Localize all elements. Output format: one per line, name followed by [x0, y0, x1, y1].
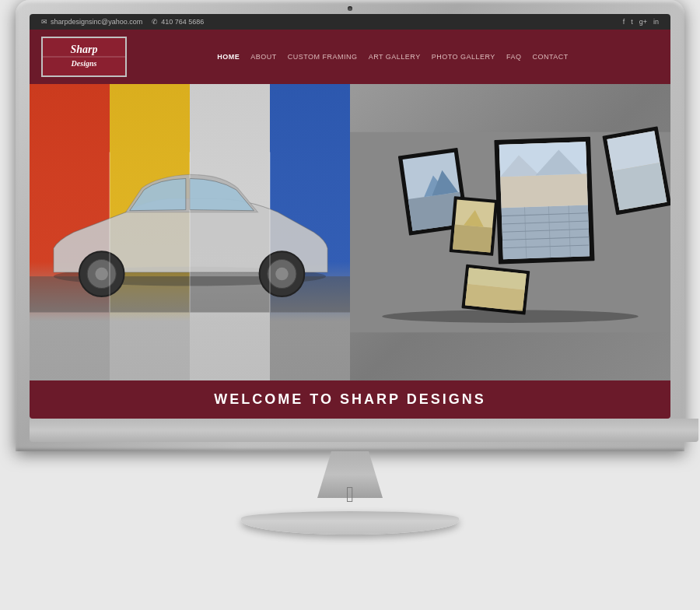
- main-nav: HOME ABOUT CUSTOM FRAMING ART GALLERY PH…: [127, 53, 659, 61]
- hero-images: [30, 84, 670, 380]
- social-links: f t g+ in: [623, 18, 659, 26]
- logo[interactable]: Sharp Designs: [41, 37, 127, 77]
- welcome-text: WELCOME TO SHARP DESIGNS: [214, 391, 485, 407]
- logo-line2: Designs: [72, 59, 97, 68]
- twitter-icon[interactable]: t: [631, 18, 633, 26]
- site-header: Sharp Designs HOME ABOUT CUSTOM FRAMING …: [30, 30, 670, 84]
- welcome-banner: WELCOME TO SHARP DESIGNS: [30, 380, 670, 419]
- googleplus-icon[interactable]: g+: [639, 18, 647, 26]
- stand-base: [241, 511, 459, 535]
- monitor: ✉ sharpdesignsinc@yahoo.com ✆ 410 764 56…: [0, 0, 700, 610]
- logo-line1: Sharp: [70, 44, 97, 55]
- svg-point-8: [275, 268, 288, 280]
- nav-home[interactable]: HOME: [217, 53, 240, 61]
- nav-about[interactable]: ABOUT: [250, 53, 277, 61]
- email-contact[interactable]: ✉ sharpdesignsinc@yahoo.com: [41, 18, 142, 26]
- car-svg: [30, 84, 350, 380]
- car-art-panel: [30, 84, 350, 380]
- svg-rect-45: [613, 163, 667, 210]
- top-bar-left: ✉ sharpdesignsinc@yahoo.com ✆ 410 764 56…: [41, 18, 204, 26]
- monitor-chin: [30, 419, 698, 442]
- website-content: ✉ sharpdesignsinc@yahoo.com ✆ 410 764 56…: [30, 14, 670, 419]
- email-address: sharpdesignsinc@yahoo.com: [51, 18, 142, 26]
- frames-svg: [350, 84, 670, 380]
- screen: ✉ sharpdesignsinc@yahoo.com ✆ 410 764 56…: [30, 14, 670, 419]
- svg-point-46: [382, 310, 639, 322]
- nav-photo-gallery[interactable]: PHOTO GALLERY: [432, 53, 495, 61]
- nav-faq[interactable]: FAQ: [506, 53, 522, 61]
- svg-rect-21: [453, 224, 492, 252]
- phone-number: 410 764 5686: [161, 18, 204, 26]
- nav-custom-framing[interactable]: CUSTOM FRAMING: [288, 53, 358, 61]
- car-artwork: [30, 84, 350, 380]
- phone-icon: ✆: [152, 18, 158, 26]
- svg-point-5: [95, 268, 107, 280]
- linkedin-icon[interactable]: in: [653, 18, 659, 26]
- apple-logo: : [346, 482, 354, 507]
- top-bar: ✉ sharpdesignsinc@yahoo.com ✆ 410 764 56…: [30, 14, 670, 30]
- phone-contact[interactable]: ✆ 410 764 5686: [152, 18, 204, 26]
- monitor-bezel: ✉ sharpdesignsinc@yahoo.com ✆ 410 764 56…: [16, 0, 684, 451]
- nav-contact[interactable]: CONTACT: [532, 53, 568, 61]
- facebook-icon[interactable]: f: [623, 18, 625, 26]
- nav-art-gallery[interactable]: ART GALLERY: [369, 53, 421, 61]
- framed-art-panel: [350, 84, 670, 380]
- hero-section: WELCOME TO SHARP DESIGNS: [30, 84, 670, 419]
- email-icon: ✉: [41, 18, 47, 26]
- camera-dot: [348, 6, 352, 11]
